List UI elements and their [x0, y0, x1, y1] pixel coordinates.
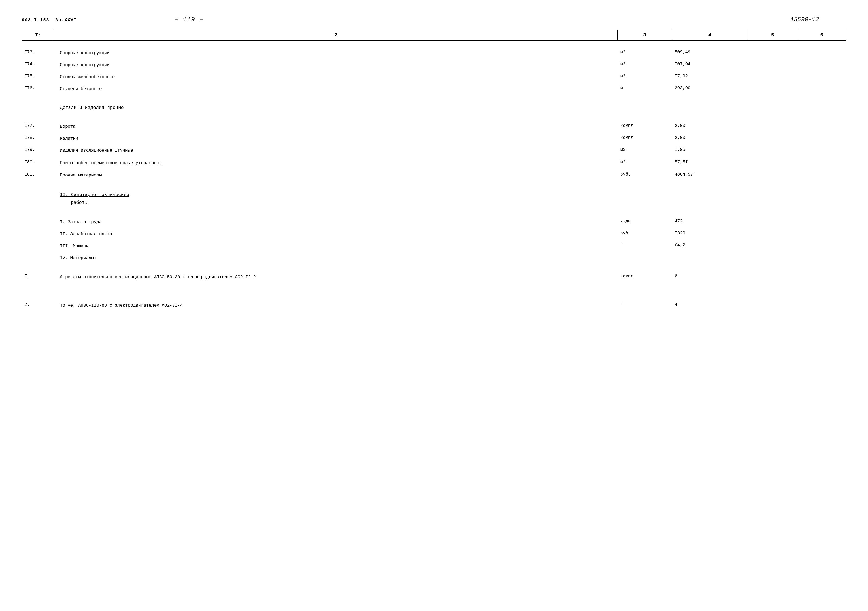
- subsection-label: I. Затраты труда: [54, 217, 618, 227]
- table-row: 2. То же, АПВС-IIО-80 с электродвигателе…: [22, 299, 846, 318]
- row-col6: [797, 60, 846, 64]
- subsection-label: IV. Материалы:: [54, 253, 618, 263]
- row-desc: Калитки: [54, 134, 618, 144]
- row-qty: 2,00: [672, 122, 748, 130]
- col-header-6: 6: [797, 30, 846, 40]
- row-unit: м3: [618, 146, 672, 154]
- subsection-row: IV. Материалы:: [22, 252, 846, 264]
- row-desc: Ступени бетонные: [54, 84, 618, 94]
- row-num: I74.: [22, 60, 54, 68]
- col-header-5: 5: [748, 30, 797, 40]
- row-unit: ": [618, 301, 672, 309]
- row-col5: [748, 60, 797, 64]
- subsection-label: III. Машины: [54, 241, 618, 251]
- section2-header: II. Санитарно-технические работы: [22, 188, 846, 210]
- subsection-label: II. Заработная плата: [54, 229, 618, 239]
- row-num: I79.: [22, 146, 54, 154]
- row-unit: м3: [618, 72, 672, 80]
- table-row: I. Агрегаты отопительно-вентиляционные А…: [22, 271, 846, 292]
- row-desc: Агрегаты отопительно-вентиляционные АПВС…: [54, 272, 618, 283]
- row-unit: м3: [618, 60, 672, 68]
- subsection-unit: руб: [618, 229, 672, 237]
- row-qty: 2: [672, 272, 748, 281]
- row-qty: 509,49: [672, 48, 748, 56]
- row-qty: 4864,57: [672, 171, 748, 178]
- doc-number: 903-I-158 Ап.XXVI: [22, 17, 77, 23]
- main-table: I: 2 3 4 5 6 I73. Сборные конструкции м2…: [22, 29, 846, 318]
- row-unit: руб.: [618, 171, 672, 178]
- row-qty: 4: [672, 301, 748, 309]
- section-header-row: Детали и изделия прочие: [22, 102, 846, 114]
- subsection-qty: 64,2: [672, 241, 748, 250]
- table-row: I79. Изделия изоляционные штучные м3 I,9…: [22, 144, 846, 157]
- table-row: I75. Столбы железобетонные м3 I7,92: [22, 71, 846, 83]
- subsection-row: II. Заработная плата руб I320: [22, 228, 846, 240]
- row-num: I.: [22, 272, 54, 281]
- row-desc: Сборные конструкции: [54, 60, 618, 70]
- row-qty: 293,90: [672, 84, 748, 92]
- row-desc: Плиты асбестоцементные полые утепленные: [54, 158, 618, 169]
- row-qty: 2,00: [672, 134, 748, 142]
- row-col5: [748, 48, 797, 51]
- row-unit: м: [618, 84, 672, 92]
- row-num: I76.: [22, 84, 54, 92]
- page-header: 903-I-158 Ап.XXVI – 119 – 15590-13: [22, 16, 846, 23]
- subsection-row: III. Машины " 64,2: [22, 240, 846, 252]
- table-header: I: 2 3 4 5 6: [22, 29, 846, 40]
- subsection-qty: I320: [672, 229, 748, 237]
- col-header-4: 4: [672, 30, 748, 40]
- ref-number: 15590-13: [790, 16, 819, 23]
- section2-label: II. Санитарно-технические работы: [54, 189, 618, 209]
- row-qty: 57,5I: [672, 158, 748, 166]
- row-unit: компл: [618, 122, 672, 130]
- row-desc: Столбы железобетонные: [54, 72, 618, 82]
- col-header-1: I:: [22, 30, 54, 40]
- table-row: I76. Ступени бетонные м 293,90: [22, 83, 846, 95]
- row-desc: Сборные конструкции: [54, 48, 618, 58]
- table-row: I73. Сборные конструкции м2 509,49: [22, 47, 846, 59]
- row-num: I78.: [22, 134, 54, 142]
- row-unit: м2: [618, 158, 672, 166]
- row-unit: м2: [618, 48, 672, 56]
- row-num: I75.: [22, 72, 54, 80]
- row-desc: Ворота: [54, 122, 618, 132]
- subsection-unit: ": [618, 241, 672, 250]
- table-row: I8I. Прочие материалы руб. 4864,57: [22, 169, 846, 181]
- row-desc: То же, АПВС-IIО-80 с электродвигателем А…: [54, 301, 618, 311]
- row-col6: [797, 84, 846, 87]
- row-unit: компл: [618, 272, 672, 281]
- col-header-2: 2: [54, 30, 618, 40]
- table-row: I77. Ворота компл 2,00: [22, 121, 846, 133]
- row-desc: Прочие материалы: [54, 171, 618, 180]
- table-row: I78. Калитки компл 2,00: [22, 133, 846, 144]
- row-num: I73.: [22, 48, 54, 56]
- row-col6: [797, 72, 846, 75]
- row-num: I80.: [22, 158, 54, 166]
- table-row: I80. Плиты асбестоцементные полые утепле…: [22, 157, 846, 170]
- row-col5: [748, 84, 797, 87]
- row-num: I77.: [22, 122, 54, 130]
- row-col5: [748, 72, 797, 75]
- row-col6: [797, 48, 846, 51]
- page-number: – 119 –: [175, 16, 204, 23]
- row-num: I8I.: [22, 171, 54, 178]
- section-header-label: Детали и изделия прочие: [54, 102, 618, 113]
- row-qty: I07,94: [672, 60, 748, 68]
- col-header-3: 3: [618, 30, 672, 40]
- table-row: I74. Сборные конструкции м3 I07,94: [22, 59, 846, 71]
- row-qty: I7,92: [672, 72, 748, 80]
- subsection-qty: 472: [672, 217, 748, 225]
- row-unit: компл: [618, 134, 672, 142]
- row-desc: Изделия изоляционные штучные: [54, 146, 618, 155]
- subsection-row: I. Затраты труда ч-дн 472: [22, 216, 846, 228]
- row-qty: I,95: [672, 146, 748, 154]
- subsection-unit: ч-дн: [618, 217, 672, 225]
- row-num: 2.: [22, 301, 54, 309]
